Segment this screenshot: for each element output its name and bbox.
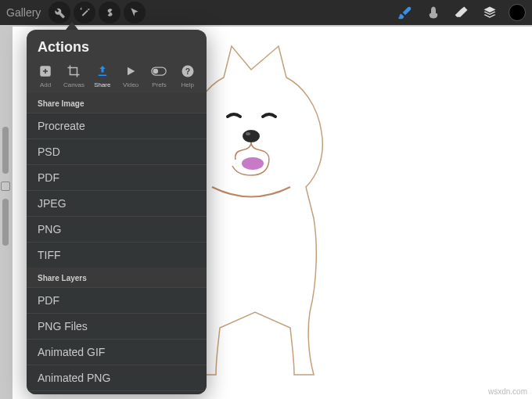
adjustments-button[interactable]: [74, 2, 95, 23]
modify-button[interactable]: [1, 182, 10, 191]
panel-arrow: [66, 22, 78, 30]
brush-size-slider[interactable]: [2, 127, 9, 174]
list-item[interactable]: Procreate: [27, 113, 207, 138]
eraser-button[interactable]: [449, 2, 474, 23]
list-item[interactable]: PDF: [27, 287, 207, 313]
actions-panel: Actions Add Canvas Share Video Prefs ? H…: [27, 30, 207, 394]
svg-point-5: [153, 69, 159, 74]
brush-button[interactable]: [393, 2, 418, 23]
transform-button[interactable]: [124, 2, 146, 23]
tab-prefs[interactable]: Prefs: [145, 63, 173, 88]
list-item[interactable]: PNG: [27, 216, 207, 242]
tab-label: Canvas: [63, 81, 84, 88]
section-header-share-layers: Share Layers: [27, 268, 207, 287]
list-item[interactable]: PNG Files: [27, 313, 207, 339]
list-item[interactable]: JPEG: [27, 190, 207, 216]
list-item[interactable]: TIFF: [27, 242, 207, 268]
selection-button[interactable]: [99, 2, 120, 23]
svg-text:?: ?: [185, 66, 190, 76]
svg-point-2: [242, 157, 264, 170]
tab-help[interactable]: ? Help: [174, 63, 202, 88]
top-toolbar: Gallery: [0, 0, 532, 25]
list-item[interactable]: PSD: [27, 138, 207, 164]
list-item[interactable]: Animated MP4: [27, 390, 207, 394]
share-list: Share Image Procreate PSD PDF JPEG PNG T…: [27, 93, 207, 394]
gallery-button[interactable]: Gallery: [6, 6, 41, 19]
s-icon: [104, 7, 115, 18]
tab-label: Video: [123, 81, 138, 88]
tab-video[interactable]: Video: [117, 63, 145, 88]
eraser-icon: [454, 5, 469, 20]
opacity-slider[interactable]: [2, 199, 9, 246]
question-icon: ?: [180, 63, 196, 79]
color-picker[interactable]: [509, 4, 526, 21]
tab-label: Prefs: [152, 81, 167, 88]
svg-point-1: [246, 132, 250, 135]
list-item[interactable]: PDF: [27, 164, 207, 190]
panel-title: Actions: [27, 30, 207, 63]
tab-label: Share: [94, 81, 110, 88]
list-item[interactable]: Animated GIF: [27, 339, 207, 365]
side-slider-rail: [0, 25, 11, 399]
layers-button[interactable]: [477, 2, 502, 23]
tab-canvas[interactable]: Canvas: [59, 63, 88, 88]
tab-add[interactable]: Add: [31, 63, 59, 88]
play-icon: [123, 63, 138, 79]
tab-label: Help: [182, 81, 194, 88]
cursor-icon: [129, 7, 140, 18]
wand-icon: [78, 6, 91, 19]
plus-square-icon: [38, 63, 53, 79]
svg-point-0: [243, 130, 260, 142]
layers-icon: [483, 5, 497, 20]
toggle-icon: [151, 63, 167, 79]
wrench-icon: [53, 6, 66, 19]
share-icon: [95, 63, 110, 79]
tab-share[interactable]: Share: [88, 63, 117, 88]
watermark: wsxdn.com: [488, 387, 527, 396]
crop-icon: [66, 63, 81, 79]
brush-icon: [397, 5, 413, 20]
list-item[interactable]: Animated PNG: [27, 365, 207, 390]
section-header-share-image: Share Image: [27, 93, 207, 113]
tab-label: Add: [40, 81, 51, 88]
finger-icon: [426, 5, 440, 20]
actions-tabs: Add Canvas Share Video Prefs ? Help: [27, 63, 207, 93]
actions-button[interactable]: [49, 2, 70, 23]
smudge-button[interactable]: [421, 2, 446, 23]
